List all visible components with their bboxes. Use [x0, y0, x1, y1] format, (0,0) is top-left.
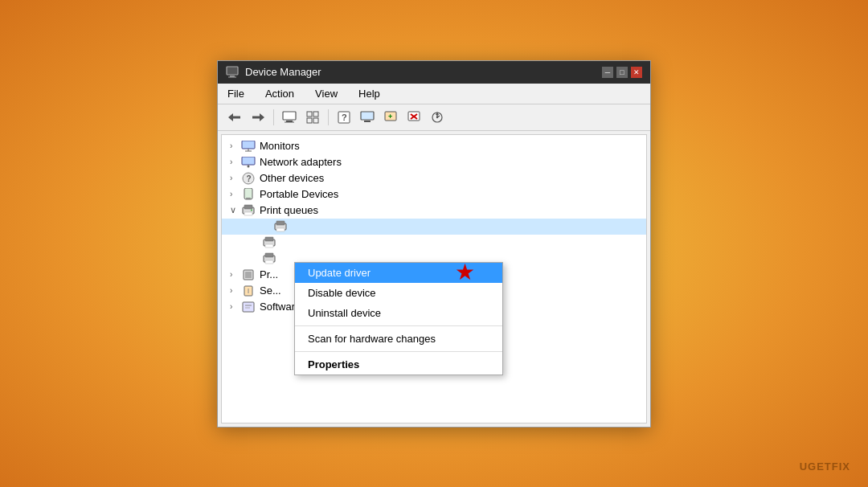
svg-rect-17 [364, 121, 371, 122]
processors-label: Pr... [260, 268, 278, 280]
software-icon [241, 301, 256, 313]
svg-rect-4 [232, 116, 240, 118]
ctx-properties[interactable]: Properties [295, 354, 502, 374]
svg-point-41 [251, 209, 252, 211]
tree-view: › Monitors › Network adapters › ? Other [221, 134, 647, 424]
network-label: Network adapters [260, 156, 342, 168]
toolbar-separator-2 [328, 109, 329, 125]
other-devices-label: Other devices [260, 172, 324, 184]
svg-rect-55 [243, 302, 254, 312]
ctx-scan-changes[interactable]: Scan for hardware changes [295, 329, 502, 349]
svg-rect-49 [265, 253, 273, 257]
portable-icon [241, 188, 256, 201]
printer-icon [241, 204, 256, 217]
svg-rect-46 [265, 237, 273, 241]
toolbar-separator-1 [273, 109, 274, 125]
svg-rect-31 [242, 157, 255, 165]
device-manager-window: Device Manager ─ □ ✕ File Action View He… [217, 60, 651, 428]
title-bar: Device Manager ─ □ ✕ [218, 61, 650, 84]
svg-rect-52 [245, 272, 252, 278]
printer-sub-icon-2 [262, 236, 276, 249]
computer-button[interactable] [279, 108, 300, 127]
tree-item-network[interactable]: › Network adapters [222, 154, 646, 170]
help-button[interactable]: ? [334, 108, 354, 127]
close-button[interactable]: ✕ [631, 67, 642, 78]
svg-rect-37 [246, 198, 251, 199]
menu-bar: File Action View Help [218, 84, 650, 104]
menu-file[interactable]: File [224, 86, 248, 101]
back-button[interactable] [224, 108, 245, 127]
monitors-label: Monitors [260, 140, 300, 152]
tree-arrow-network: › [230, 158, 241, 166]
ctx-update-driver[interactable]: Update driver [295, 263, 502, 283]
svg-rect-12 [307, 118, 312, 123]
svg-text:?: ? [247, 174, 252, 183]
sensors-label: Se... [260, 284, 281, 297]
title-bar-icon [226, 66, 239, 79]
add-driver-button[interactable]: + [380, 108, 401, 127]
printer-sub-icon-1 [273, 220, 288, 233]
grid-button[interactable] [302, 108, 323, 127]
ctx-uninstall-device[interactable]: Uninstall device [295, 303, 502, 323]
tree-item-monitors[interactable]: › Monitors [222, 138, 646, 154]
tree-item-printer-1[interactable] [222, 219, 646, 235]
forward-button[interactable] [248, 108, 268, 127]
processor-icon [241, 268, 256, 281]
network-icon [241, 156, 256, 169]
tree-item-other[interactable]: › ? Other devices [222, 170, 646, 186]
svg-rect-28 [242, 141, 255, 149]
portable-label: Portable Devices [260, 188, 338, 200]
menu-view[interactable]: View [312, 86, 341, 101]
watermark-label: UGETFIX [800, 460, 850, 473]
tree-arrow-software: › [230, 302, 241, 311]
svg-rect-0 [227, 67, 238, 75]
maximize-button[interactable]: □ [616, 67, 628, 78]
menu-help[interactable]: Help [355, 86, 383, 101]
menu-action[interactable]: Action [262, 86, 297, 101]
tree-item-printqueues[interactable]: ∨ Print queues [222, 203, 646, 219]
scan-button[interactable] [427, 108, 448, 127]
ctx-disable-device[interactable]: Disable device [295, 283, 502, 303]
printqueues-label: Print queues [260, 204, 318, 216]
remove-button[interactable] [403, 108, 424, 127]
svg-rect-43 [276, 221, 285, 225]
minimize-button[interactable]: ─ [602, 67, 613, 78]
tree-arrow-sensors: › [230, 286, 241, 295]
svg-rect-39 [244, 205, 252, 209]
svg-rect-11 [313, 112, 318, 117]
svg-text:+: + [388, 113, 392, 121]
svg-rect-40 [244, 212, 252, 215]
other-devices-icon: ? [241, 172, 256, 185]
tree-item-printer-2[interactable] [222, 235, 646, 251]
tree-arrow-processors: › [230, 270, 241, 279]
ctx-separator-1 [295, 325, 502, 326]
svg-point-32 [248, 165, 250, 167]
printer-sub-icon-3 [262, 252, 276, 265]
svg-rect-10 [307, 112, 312, 117]
svg-rect-6 [252, 116, 260, 118]
svg-rect-47 [265, 244, 273, 248]
svg-rect-44 [276, 228, 285, 231]
tree-arrow-monitors: › [230, 141, 241, 150]
svg-rect-13 [313, 118, 318, 123]
window-controls: ─ □ ✕ [602, 67, 642, 78]
tree-arrow-portable: › [230, 190, 241, 198]
window-title: Device Manager [245, 66, 321, 78]
tree-item-portable[interactable]: › Portable Devices [222, 186, 646, 203]
tree-arrow-printqueues: ∨ [230, 205, 241, 215]
toolbar: ? + [218, 104, 650, 131]
svg-rect-7 [283, 112, 296, 120]
svg-text:?: ? [342, 113, 347, 122]
sensor-icon [241, 284, 256, 297]
context-menu: Update driver Disable device Uninstall d… [294, 262, 503, 375]
tree-arrow-other: › [230, 174, 241, 182]
monitor-icon [241, 140, 256, 153]
ctx-separator-2 [295, 351, 502, 352]
svg-rect-36 [244, 188, 252, 199]
monitor-button[interactable] [357, 108, 378, 127]
svg-rect-16 [361, 112, 374, 120]
svg-rect-50 [265, 260, 273, 264]
